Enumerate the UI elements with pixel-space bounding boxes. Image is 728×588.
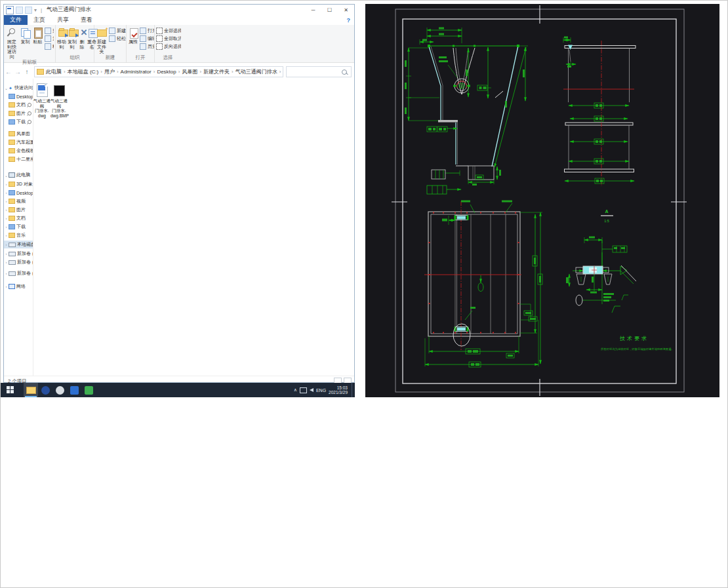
sidebar-item-folder3[interactable]: 金色模板图 [4, 147, 33, 155]
tray-expand-icon[interactable]: ∧ [294, 387, 297, 393]
address-dropdown-icon[interactable]: ▾ [283, 69, 283, 75]
sidebar-item-quick-access[interactable]: ⌄✦ 快速访问 [4, 84, 33, 92]
sidebar-item-videos[interactable]: › 视频 [4, 197, 33, 205]
qat-separator: | [41, 7, 42, 13]
quick-access-toolbar-button[interactable] [16, 7, 23, 14]
file-dwg[interactable]: 气动三通阀 门排水. dwg [33, 83, 51, 118]
taskbar-app4[interactable] [67, 383, 81, 397]
up-button[interactable]: ↑ [22, 68, 31, 75]
edit-icon [140, 35, 146, 42]
sidebar-item-downloads-qa[interactable]: 下载 [4, 118, 33, 126]
open-button[interactable]: 打开 [140, 27, 154, 35]
crumb-desktop[interactable]: Desktop [157, 69, 182, 75]
maximize-button[interactable]: ☐ [321, 5, 338, 15]
paste-shortcut-button[interactable]: 粘贴快捷方式 [45, 43, 54, 50]
app4-icon [70, 386, 79, 395]
qat-dropdown-icon[interactable]: ▾ [34, 7, 37, 13]
new-item-button[interactable]: 新建项目▾ [109, 27, 126, 35]
sidebar-item-disk-c[interactable]: › 本地磁盘 (C:) [4, 241, 33, 248]
file-bmp[interactable]: 气动三通阀 门排水. dwg.BMP [51, 83, 68, 118]
crumb-users[interactable]: 用户 [104, 68, 121, 75]
close-button[interactable]: ✕ [338, 5, 354, 15]
sidebar-item-documents[interactable]: › 文档 [4, 214, 33, 222]
minimize-button[interactable]: ─ [305, 5, 321, 15]
app3-icon [56, 386, 64, 395]
delete-button[interactable]: ✕ 删除 [78, 26, 86, 54]
sidebar-item-folder4[interactable]: 十二星座系列 [4, 155, 33, 163]
crumb-current[interactable]: 气动三通阀门排水 [235, 68, 283, 75]
cut-button[interactable]: 剪切 [45, 27, 54, 35]
ribbon-group-new: 新建文件夹 新建项目▾ 轻松访问▾ 新建 [94, 25, 127, 62]
sidebar-item-disk-f[interactable]: › 新加卷 (F:) [4, 269, 33, 277]
sidebar-item-disk-d[interactable]: › 新加卷 (D:) [4, 250, 33, 258]
sidebar-item-folder2[interactable]: 汽车起重机(全部) [4, 138, 33, 146]
start-button[interactable] [7, 386, 14, 394]
new-item-icon [109, 28, 115, 34]
display-icon[interactable] [300, 387, 307, 393]
tab-file[interactable]: 文件 [4, 15, 28, 25]
speaker-icon[interactable] [310, 388, 313, 392]
folder-icon [9, 140, 15, 145]
paste-shortcut-icon [45, 43, 51, 50]
breadcrumb[interactable]: 此电脑 本地磁盘 (C:) 用户 Administrator Desktop 风… [34, 66, 283, 77]
section-scale: 1:5 [604, 219, 609, 223]
taskbar-browser[interactable] [38, 383, 52, 397]
move-to-button[interactable]: 移动到 [57, 26, 66, 54]
section-letter: A [605, 209, 608, 214]
select-all-icon [156, 28, 163, 34]
select-all-button[interactable]: 全部选择 [156, 27, 181, 35]
sidebar-item-network[interactable]: › 网络 [4, 283, 33, 290]
videos-icon [9, 199, 15, 204]
explorer-window: ▾ | 气动三通阀门排水 ─ ☐ ✕ 文件 主页 共享 查看 ? 固定到快速访 [3, 4, 355, 383]
edit-button[interactable]: 编辑 [140, 35, 154, 43]
sidebar-item-documents-qa[interactable]: 文档 [4, 101, 33, 109]
help-icon[interactable]: ? [347, 15, 351, 25]
pictures-icon [9, 207, 15, 212]
taskbar-app3[interactable] [52, 383, 67, 397]
crumb-disk-c[interactable]: 本地磁盘 (C:) [68, 68, 104, 75]
sidebar-item-pictures[interactable]: › 图片 [4, 206, 33, 214]
copy-path-icon [45, 35, 51, 42]
history-icon [140, 43, 146, 50]
crumb-administrator[interactable]: Administrator [121, 69, 157, 75]
search-icon [342, 69, 347, 75]
sidebar-item-this-pc[interactable]: ⌄ 此电脑 [4, 171, 33, 179]
sidebar-item-3d-objects[interactable]: › 3D 对象 [4, 180, 33, 188]
show-desktop-button[interactable] [352, 383, 355, 397]
copy-button[interactable]: 复制 [20, 26, 31, 59]
tab-share[interactable]: 共享 [51, 15, 75, 25]
properties-button[interactable]: 属性 [128, 26, 138, 54]
easy-access-button[interactable]: 轻松访问▾ [109, 35, 126, 43]
pin-to-quick-access-button[interactable]: 固定到快速访问 [5, 26, 18, 59]
ribbon-group-clipboard: 固定到快速访问 复制 粘贴 剪切 复制路径 粘贴快捷方式 [4, 25, 56, 62]
back-button[interactable]: ← [4, 68, 13, 75]
copy-to-button[interactable]: 复制到 [68, 26, 77, 54]
select-none-icon [156, 35, 163, 42]
invert-selection-button[interactable]: 反向选择 [156, 43, 181, 50]
sidebar-item-disk-e[interactable]: › 新加卷 (E:) [4, 258, 33, 266]
sidebar-item-desktop[interactable]: › Desktop [4, 189, 33, 197]
sidebar-splitter[interactable] [33, 79, 33, 376]
crumb-folder1[interactable]: 风暴图 [182, 68, 203, 75]
clock[interactable]: 15:03 2021/3/29 [329, 385, 348, 395]
tab-view[interactable]: 查看 [75, 15, 98, 25]
copy-path-button[interactable]: 复制路径 [45, 35, 54, 43]
taskbar-file-explorer[interactable] [24, 383, 38, 397]
select-none-button[interactable]: 全部取消 [156, 35, 181, 43]
history-button[interactable]: 历史记录 [140, 43, 154, 50]
taskbar-app5[interactable] [81, 383, 96, 397]
tab-home[interactable]: 主页 [28, 15, 51, 25]
quick-access-toolbar-button2[interactable] [25, 7, 32, 14]
crumb-this-pc[interactable]: 此电脑 [46, 68, 68, 75]
crumb-folder2[interactable]: 新建文件夹 [203, 68, 235, 75]
sidebar-item-desktop-qa[interactable]: Desktop [4, 92, 33, 100]
forward-button[interactable]: → [13, 68, 22, 75]
sidebar-item-pictures-qa[interactable]: 图片 [4, 109, 33, 117]
language-indicator[interactable]: ENG [316, 388, 326, 393]
sidebar-item-downloads[interactable]: › 下载 [4, 223, 33, 231]
search-input[interactable] [286, 66, 352, 77]
sidebar-item-music[interactable]: › 音乐 [4, 231, 33, 239]
paste-button[interactable]: 粘贴 [32, 26, 43, 59]
new-folder-button[interactable]: 新建文件夹 [96, 26, 108, 54]
sidebar-item-folder1[interactable]: 风暴图 [4, 130, 33, 138]
